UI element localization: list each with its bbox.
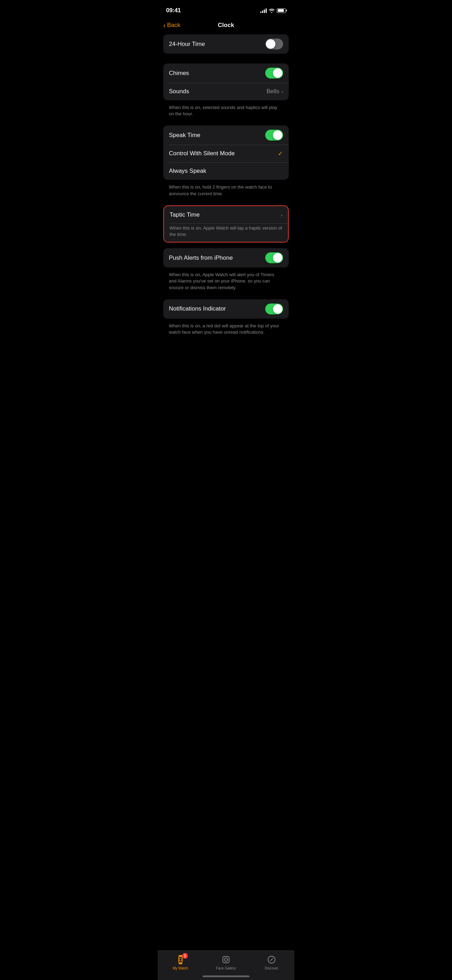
signal-icon (260, 8, 267, 13)
page-title: Clock (218, 22, 234, 29)
status-icons (260, 8, 286, 13)
push-alerts-group: Push Alerts from iPhone (163, 248, 289, 267)
chimes-group: Chimes Sounds Bells › (163, 64, 289, 100)
sounds-right: Bells › (266, 88, 283, 95)
taptic-time-right: › (281, 212, 282, 218)
speak-time-label: Speak Time (169, 132, 201, 139)
taptic-time-chevron-icon: › (281, 212, 282, 218)
section-push-alerts: Push Alerts from iPhone When this is on,… (163, 248, 289, 296)
section-24hour: 24-Hour Time (163, 34, 289, 54)
speak-time-toggle[interactable] (265, 130, 283, 140)
push-alerts-row[interactable]: Push Alerts from iPhone (163, 248, 289, 267)
taptic-time-label: Taptic Time (170, 212, 200, 218)
sounds-label: Sounds (169, 88, 189, 95)
status-bar: 09:41 (158, 0, 294, 19)
notifications-toggle[interactable] (265, 304, 283, 314)
taptic-time-inner: Taptic Time › When this is on, Apple Wat… (164, 206, 288, 242)
speak-time-description: When this is on, hold 2 fingers on the w… (163, 181, 289, 202)
control-silent-right: ✓ (278, 150, 283, 158)
section-notifications: Notifications Indicator When this is on,… (163, 299, 289, 341)
chimes-description: When this is on, selected sounds and hap… (163, 102, 289, 123)
speak-time-group: Speak Time Control With Silent Mode ✓ Al… (163, 126, 289, 180)
control-silent-label: Control With Silent Mode (169, 150, 235, 157)
notifications-row[interactable]: Notifications Indicator (163, 299, 289, 318)
chevron-left-icon: ‹ (163, 22, 166, 29)
nav-bar: ‹ Back Clock (158, 19, 294, 34)
push-alerts-description: When this is on, Apple Watch will alert … (163, 269, 289, 296)
taptic-time-description: When this is on, Apple Watch will tap a … (164, 224, 288, 242)
back-label: Back (167, 22, 180, 29)
notifications-description: When this is on, a red dot will appear a… (163, 320, 289, 341)
speak-time-row[interactable]: Speak Time (163, 126, 289, 145)
taptic-time-row[interactable]: Taptic Time › (164, 206, 288, 224)
sounds-row[interactable]: Sounds Bells › (163, 83, 289, 100)
chimes-label: Chimes (169, 70, 189, 77)
section-taptic-time: Taptic Time › When this is on, Apple Wat… (163, 205, 289, 243)
24hour-toggle[interactable] (265, 38, 283, 49)
control-silent-row[interactable]: Control With Silent Mode ✓ (163, 145, 289, 162)
push-alerts-toggle[interactable] (265, 252, 283, 263)
taptic-time-highlight-box: Taptic Time › When this is on, Apple Wat… (163, 205, 289, 243)
chimes-row[interactable]: Chimes (163, 64, 289, 83)
24hour-label: 24-Hour Time (169, 41, 205, 48)
chimes-toggle[interactable] (265, 68, 283, 78)
24hour-group: 24-Hour Time (163, 34, 289, 54)
checkmark-icon: ✓ (278, 150, 283, 158)
section-speak-time: Speak Time Control With Silent Mode ✓ Al… (163, 126, 289, 202)
wifi-icon (269, 8, 275, 13)
always-speak-row[interactable]: Always Speak (163, 162, 289, 180)
push-alerts-label: Push Alerts from iPhone (169, 255, 232, 261)
sounds-value: Bells (266, 88, 279, 95)
battery-icon (277, 8, 286, 13)
sounds-chevron-icon: › (282, 89, 283, 94)
status-time: 09:41 (166, 7, 181, 14)
section-chimes: Chimes Sounds Bells › When this is on, s… (163, 64, 289, 123)
notifications-label: Notifications Indicator (169, 305, 226, 312)
notifications-group: Notifications Indicator (163, 299, 289, 318)
24hour-row[interactable]: 24-Hour Time (163, 34, 289, 54)
always-speak-label: Always Speak (169, 167, 206, 175)
content: 24-Hour Time Chimes Sounds Bells › (158, 34, 294, 379)
back-button[interactable]: ‹ Back (163, 22, 180, 29)
